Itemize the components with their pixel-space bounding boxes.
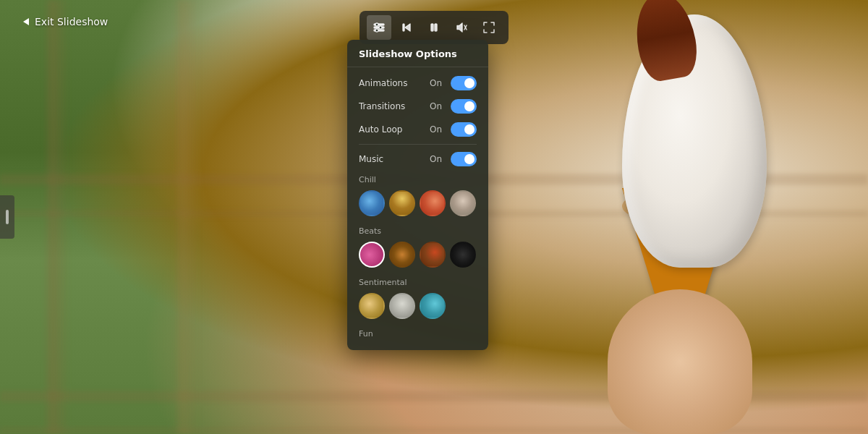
chill-track-4[interactable] bbox=[450, 190, 476, 216]
animations-value: On bbox=[430, 78, 442, 88]
scroll-dot bbox=[6, 210, 9, 224]
chill-track-3[interactable] bbox=[420, 190, 446, 216]
svg-point-5 bbox=[375, 29, 378, 32]
animations-toggle[interactable] bbox=[451, 76, 477, 90]
senti-track-1[interactable] bbox=[359, 293, 385, 319]
chill-category-label: Chill bbox=[347, 171, 488, 187]
senti-track-2[interactable] bbox=[389, 293, 415, 319]
beats-track-3[interactable] bbox=[420, 242, 446, 268]
svg-rect-8 bbox=[431, 24, 433, 31]
chevron-left-icon bbox=[23, 18, 29, 25]
fullscreen-icon bbox=[482, 21, 495, 34]
animations-label: Animations bbox=[359, 78, 407, 88]
exit-slideshow-button[interactable]: Exit Slideshow bbox=[14, 10, 116, 33]
mute-toolbar-button[interactable] bbox=[449, 15, 474, 40]
svg-point-3 bbox=[375, 23, 378, 26]
svg-point-4 bbox=[379, 26, 382, 29]
music-toggle[interactable] bbox=[451, 152, 477, 166]
autoloop-option-row: Auto Loop On bbox=[347, 118, 488, 141]
animations-toggle-container: On bbox=[430, 76, 477, 90]
transitions-toggle-container: On bbox=[430, 99, 477, 114]
transitions-option-row: Transitions On bbox=[347, 95, 488, 118]
animations-option-row: Animations On bbox=[347, 72, 488, 95]
scroll-handle[interactable] bbox=[0, 195, 14, 239]
previous-icon bbox=[400, 21, 413, 34]
divider-1 bbox=[359, 144, 477, 145]
beats-track-2[interactable] bbox=[389, 242, 415, 268]
svg-rect-7 bbox=[403, 24, 404, 31]
chill-music-grid bbox=[347, 187, 488, 222]
chill-track-1[interactable] bbox=[359, 190, 385, 216]
music-value: On bbox=[430, 154, 442, 164]
beats-track-4[interactable] bbox=[450, 242, 476, 268]
mute-icon bbox=[455, 21, 468, 34]
slideshow-options-panel: Slideshow Options Animations On Transiti… bbox=[347, 40, 488, 350]
autoloop-toggle-container: On bbox=[430, 122, 477, 137]
fullscreen-toolbar-button[interactable] bbox=[477, 15, 501, 40]
transitions-value: On bbox=[430, 101, 442, 111]
music-label: Music bbox=[359, 154, 383, 164]
transitions-label: Transitions bbox=[359, 101, 405, 111]
sentimental-category-label: Sentimental bbox=[347, 273, 488, 290]
beats-category-label: Beats bbox=[347, 222, 488, 239]
panel-title: Slideshow Options bbox=[347, 48, 488, 67]
settings-icon bbox=[373, 21, 386, 34]
beats-music-grid bbox=[347, 239, 488, 273]
icecream-swirl bbox=[622, 14, 767, 268]
transitions-toggle[interactable] bbox=[451, 99, 477, 114]
svg-rect-9 bbox=[435, 24, 437, 31]
background-icecream bbox=[499, 0, 825, 434]
pause-toolbar-button[interactable] bbox=[422, 15, 446, 40]
svg-marker-10 bbox=[457, 23, 462, 32]
previous-toolbar-button[interactable] bbox=[394, 15, 419, 40]
autoloop-toggle[interactable] bbox=[451, 122, 477, 137]
svg-marker-6 bbox=[405, 24, 410, 31]
chill-track-2[interactable] bbox=[389, 190, 415, 216]
settings-toolbar-button[interactable] bbox=[367, 15, 391, 40]
autoloop-label: Auto Loop bbox=[359, 124, 402, 135]
sentimental-music-grid bbox=[347, 290, 488, 325]
fun-category-label: Fun bbox=[347, 325, 488, 341]
music-option-row: Music On bbox=[347, 148, 488, 171]
autoloop-value: On bbox=[430, 124, 442, 135]
pause-icon bbox=[427, 21, 441, 34]
exit-slideshow-label: Exit Slideshow bbox=[35, 16, 108, 27]
music-toggle-container: On bbox=[430, 152, 477, 166]
beats-track-1[interactable] bbox=[359, 242, 385, 268]
hand-shape bbox=[608, 289, 752, 434]
senti-track-3[interactable] bbox=[420, 293, 446, 319]
